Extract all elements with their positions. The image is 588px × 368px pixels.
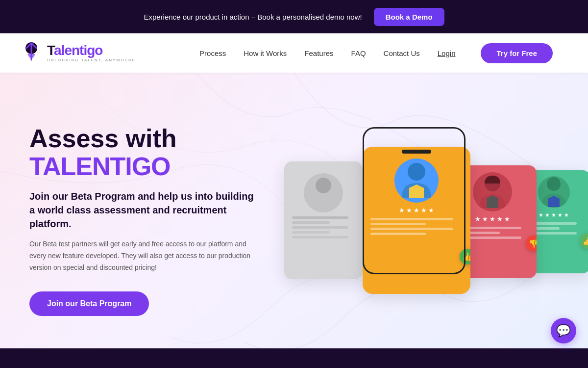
nav-faq[interactable]: FAQ	[351, 49, 366, 57]
card-lines-left	[284, 216, 363, 238]
hero-content: Assess with TALENTIGO Join our Beta Prog…	[0, 125, 255, 316]
stars-main: ★ ★ ★ ★ ★	[363, 207, 470, 214]
logo-icon	[20, 41, 43, 65]
nav-login[interactable]: Login	[438, 49, 456, 57]
star-2: ★	[545, 212, 550, 218]
person-svg-main	[399, 161, 434, 200]
banner-text: Experience our product in action – Book …	[144, 13, 362, 21]
chat-bubble[interactable]: 💬	[551, 318, 576, 343]
star-1: ★	[475, 215, 481, 223]
card-line	[370, 233, 426, 235]
nav-features[interactable]: Features	[304, 49, 333, 57]
try-free-button[interactable]: Try for Free	[481, 43, 553, 63]
card-line	[292, 236, 348, 238]
hero-subtitle: Join our Beta Program and help us into b…	[29, 189, 255, 231]
hero-title-line1: Assess with	[29, 125, 255, 153]
star-1: ★	[399, 207, 405, 214]
svg-point-5	[547, 177, 561, 191]
star-4: ★	[421, 207, 427, 214]
avatar-left	[304, 173, 343, 212]
avatar-far-right	[538, 176, 570, 208]
chat-icon: 💬	[556, 324, 571, 338]
candidate-card-left	[284, 161, 363, 279]
thumb-up-badge-main: 👍	[460, 249, 470, 264]
person-svg-red	[477, 174, 509, 210]
star-5: ★	[564, 212, 569, 218]
bottom-bar	[0, 348, 588, 368]
star-4: ★	[497, 215, 503, 223]
nav-process[interactable]: Process	[199, 49, 226, 57]
candidate-card-main: ★ ★ ★ ★ ★ 👍	[363, 147, 470, 294]
svg-point-2	[316, 178, 331, 193]
svg-point-3	[408, 163, 425, 181]
star-3: ★	[551, 212, 556, 218]
logo-text: Talentigo	[47, 44, 138, 57]
star-3: ★	[490, 215, 495, 223]
avatar-main	[394, 158, 439, 203]
navbar: Talentigo UNLOCKING TALENT, ANYWHERE. Pr…	[0, 33, 588, 73]
card-line	[370, 223, 426, 225]
logo-tagline: UNLOCKING TALENT, ANYWHERE.	[47, 58, 138, 62]
avatar-right-red	[473, 172, 512, 211]
thumb-up-badge-green: 👍	[580, 233, 588, 249]
hero-section: Assess with TALENTIGO Join our Beta Prog…	[0, 73, 588, 368]
person-svg-left	[309, 176, 338, 210]
nav-how-it-works[interactable]: How it Works	[244, 49, 287, 57]
hero-illustration: ★ ★ ★ ★ ★ 👍	[255, 93, 588, 348]
star-3: ★	[414, 207, 419, 214]
star-2: ★	[482, 215, 488, 223]
card-line	[370, 228, 453, 230]
hero-title-line2: TALENTIGO	[29, 153, 255, 181]
card-line	[370, 218, 453, 220]
phone-notch	[402, 150, 431, 154]
star-5: ★	[504, 215, 510, 223]
join-beta-button[interactable]: Join our Beta Program	[29, 291, 149, 316]
star-5: ★	[428, 207, 434, 214]
nav-links: Process How it Works Features FAQ Contac…	[199, 43, 553, 63]
hero-description: Our Beta test partners will get early an…	[29, 238, 255, 273]
star-1: ★	[539, 212, 543, 218]
logo[interactable]: Talentigo UNLOCKING TALENT, ANYWHERE.	[20, 41, 138, 65]
card-line	[292, 226, 348, 229]
card-line	[292, 231, 330, 234]
thumb-down-badge: 👎	[526, 236, 537, 251]
top-banner: Experience our product in action – Book …	[0, 0, 588, 33]
person-svg-green	[539, 176, 568, 208]
star-2: ★	[406, 207, 412, 214]
card-line	[292, 216, 348, 219]
nav-contact[interactable]: Contact Us	[384, 49, 420, 57]
card-lines-main	[363, 218, 470, 235]
star-4: ★	[558, 212, 563, 218]
book-demo-banner-button[interactable]: Book a Demo	[374, 8, 444, 26]
card-line	[292, 221, 330, 224]
